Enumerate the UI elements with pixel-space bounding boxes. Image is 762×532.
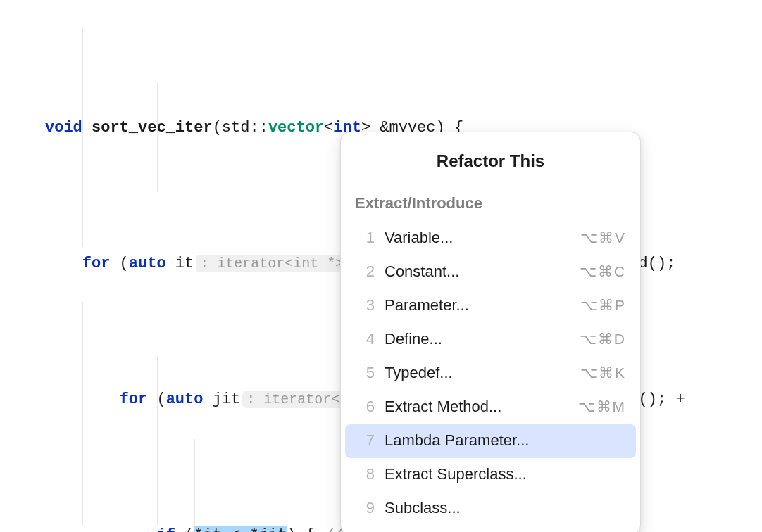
indent-guide	[82, 27, 83, 247]
refactor-item-shortcut: ⌥⌘K	[580, 360, 626, 386]
keyword-if: if	[156, 526, 175, 532]
refactor-item-number: 9	[356, 495, 375, 522]
keyword-for: for	[120, 391, 148, 408]
refactor-item-label: Constant...	[375, 258, 580, 286]
popup-title: Refactor This	[341, 139, 640, 186]
code-text: (	[175, 526, 194, 532]
code-text: (std::	[213, 119, 268, 137]
refactor-item-number: 5	[356, 360, 375, 387]
refactor-item-shortcut: ⌥⌘M	[578, 394, 627, 420]
refactor-item[interactable]: 2Constant...⌥⌘C	[341, 255, 640, 289]
text-selection: *it < *jit	[194, 526, 287, 532]
code-text: (	[110, 255, 128, 272]
code-text: jit	[203, 391, 240, 408]
code-text: <	[324, 119, 333, 137]
inlay-hint: : iterator<int *>	[196, 255, 348, 272]
refactor-item[interactable]: 4Define...⌥⌘D	[341, 323, 640, 357]
indent-guide	[120, 329, 120, 526]
indent-guide	[120, 55, 120, 220]
refactor-item-label: Extract Superclass...	[375, 461, 626, 488]
refactor-item-number: 6	[356, 393, 375, 421]
refactor-item[interactable]: 6Extract Method...⌥⌘M	[341, 391, 640, 424]
popup-items: 1Variable...⌥⌘V2Constant...⌥⌘C3Parameter…	[341, 222, 640, 526]
refactor-item-number: 1	[356, 224, 375, 252]
indent-guide	[157, 82, 158, 192]
keyword-void: void	[45, 119, 82, 137]
keyword-auto: auto	[166, 391, 204, 408]
refactor-item[interactable]: 1Variable...⌥⌘V	[341, 222, 640, 255]
type-vector: vector	[268, 119, 324, 137]
refactor-item[interactable]: 5Typedef...⌥⌘K	[341, 357, 640, 391]
refactor-item-label: Define...	[375, 326, 580, 353]
refactor-item-shortcut: ⌥⌘P	[580, 293, 626, 319]
indent-guide	[82, 302, 83, 526]
indent-guide	[157, 357, 158, 526]
refactor-item-label: Parameter...	[375, 292, 580, 319]
refactor-item-number: 7	[356, 427, 375, 455]
refactor-item-shortcut: ⌥⌘V	[580, 225, 626, 251]
refactor-item[interactable]: 8Extract Superclass...	[341, 458, 640, 492]
popup-section-label: Extract/Introduce	[341, 186, 640, 222]
refactor-item-number: 8	[356, 461, 375, 488]
refactor-item[interactable]: 3Parameter...⌥⌘P	[341, 289, 640, 323]
keyword-auto: auto	[129, 255, 166, 272]
refactor-item-label: Typedef...	[375, 360, 580, 387]
function-name: sort_vec_iter	[92, 119, 213, 137]
refactor-item-label: Subclass...	[375, 495, 626, 522]
refactor-item[interactable]: 9Subclass...	[341, 492, 640, 526]
refactor-popup[interactable]: Refactor This Extract/Introduce 1Variabl…	[340, 132, 641, 532]
refactor-item-number: 2	[356, 258, 375, 286]
code-text: ) {	[287, 526, 324, 532]
code-text: it	[166, 255, 194, 272]
refactor-item-label: Lambda Parameter...	[375, 427, 626, 455]
indent-guide	[194, 439, 195, 526]
refactor-item-label: Variable...	[375, 224, 580, 252]
keyword-for: for	[82, 255, 111, 272]
refactor-item-label: Extract Method...	[375, 393, 578, 421]
refactor-item-number: 4	[356, 326, 375, 353]
refactor-item[interactable]: 7Lambda Parameter...	[345, 424, 636, 458]
refactor-item-shortcut: ⌥⌘C	[580, 259, 626, 285]
refactor-item-number: 3	[356, 292, 375, 319]
refactor-item-shortcut: ⌥⌘D	[580, 327, 626, 353]
